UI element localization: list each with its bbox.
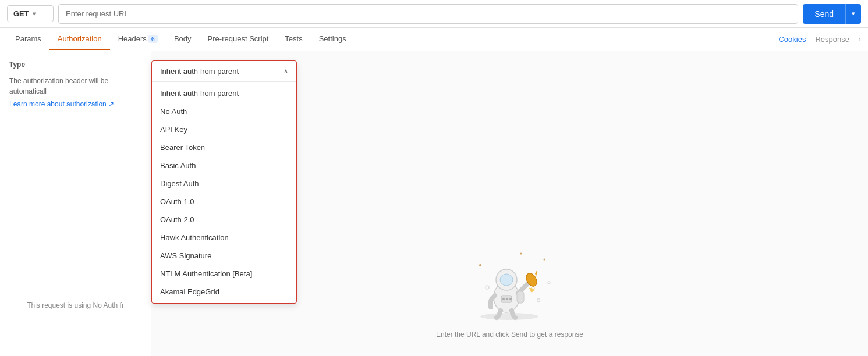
no-auth-text: This request is using No Auth fr [27, 301, 124, 309]
tab-headers[interactable]: Headers6 [110, 29, 166, 50]
tab-body[interactable]: Body [166, 29, 200, 50]
tabs-right: Cookies Response › [778, 35, 861, 44]
svg-point-7 [544, 259, 545, 261]
dropdown-list: Inherit auth from parent No Auth API Key… [152, 82, 296, 303]
expand-icon[interactable]: › [859, 35, 861, 44]
headers-badge: 6 [148, 35, 158, 43]
svg-point-10 [537, 299, 540, 302]
tabs-bar: Params Authorization Headers6 Body Pre-r… [0, 28, 868, 51]
tab-settings[interactable]: Settings [311, 29, 355, 50]
left-panel: Type The authorization header will be au… [0, 51, 151, 356]
dropdown-item-no-auth[interactable]: No Auth [152, 102, 296, 120]
dropdown-item-basic-auth[interactable]: Basic Auth [152, 156, 296, 175]
svg-rect-4 [517, 291, 524, 303]
learn-more-arrow-icon: ↗ [108, 100, 114, 108]
dropdown-selected-label: Inherit auth from parent [160, 67, 239, 76]
dropdown-item-bearer-token[interactable]: Bearer Token [152, 138, 296, 156]
svg-point-11 [548, 282, 550, 284]
type-label: Type [9, 60, 141, 69]
svg-point-15 [509, 298, 512, 300]
method-label: GET [13, 9, 29, 18]
tab-params[interactable]: Params [7, 29, 49, 50]
tab-tests[interactable]: Tests [277, 29, 310, 50]
dropdown-item-akamai[interactable]: Akamai EdgeGrid [152, 283, 296, 301]
auth-description: The authorization header will be automat… [9, 76, 141, 97]
empty-state-text: Enter the URL and click Send to get a re… [436, 330, 583, 339]
dropdown-item-oauth1[interactable]: OAuth 1.0 [152, 193, 296, 211]
method-chevron-icon: ▾ [33, 10, 36, 17]
dropdown-chevron-icon: ∧ [284, 67, 288, 75]
dropdown-item-aws[interactable]: AWS Signature [152, 247, 296, 265]
dropdown-item-inherit[interactable]: Inherit auth from parent [152, 84, 296, 102]
svg-point-9 [486, 286, 489, 289]
learn-more-link[interactable]: Learn more about authorization ↗ [9, 100, 141, 108]
svg-point-14 [506, 298, 508, 300]
dropdown-item-api-key[interactable]: API Key [152, 120, 296, 138]
tab-authorization[interactable]: Authorization [49, 29, 110, 50]
dropdown-item-digest-auth[interactable]: Digest Auth [152, 175, 296, 193]
url-bar: GET ▾ Send ▾ [0, 0, 868, 28]
method-selector[interactable]: GET ▾ [7, 5, 54, 22]
cookies-link[interactable]: Cookies [778, 35, 806, 44]
svg-point-8 [520, 253, 522, 255]
main-content: Type The authorization header will be au… [0, 51, 868, 356]
no-auth-info: This request is using No Auth fr [0, 301, 151, 309]
tab-pre-request-script[interactable]: Pre-request Script [200, 29, 277, 50]
empty-state: Enter the URL and click Send to get a re… [436, 248, 583, 339]
send-button-label: Send [803, 4, 846, 24]
svg-point-3 [500, 274, 513, 286]
astronaut-illustration [463, 248, 556, 323]
response-label: Response [815, 35, 849, 44]
svg-point-6 [479, 264, 481, 266]
dropdown-item-hawk[interactable]: Hawk Authentication [152, 229, 296, 247]
tab-headers-label: Headers [118, 34, 147, 43]
dropdown-item-ntlm[interactable]: NTLM Authentication [Beta] [152, 265, 296, 283]
send-button-dropdown-icon[interactable]: ▾ [846, 4, 861, 24]
dropdown-item-oauth2[interactable]: OAuth 2.0 [152, 211, 296, 229]
dropdown-header[interactable]: Inherit auth from parent ∧ [152, 61, 296, 82]
auth-type-dropdown[interactable]: Inherit auth from parent ∧ Inherit auth … [151, 60, 297, 304]
svg-point-0 [480, 313, 538, 320]
send-button[interactable]: Send ▾ [803, 4, 861, 24]
learn-more-text: Learn more about authorization [9, 100, 107, 108]
url-input[interactable] [58, 4, 798, 24]
svg-point-13 [502, 298, 505, 300]
